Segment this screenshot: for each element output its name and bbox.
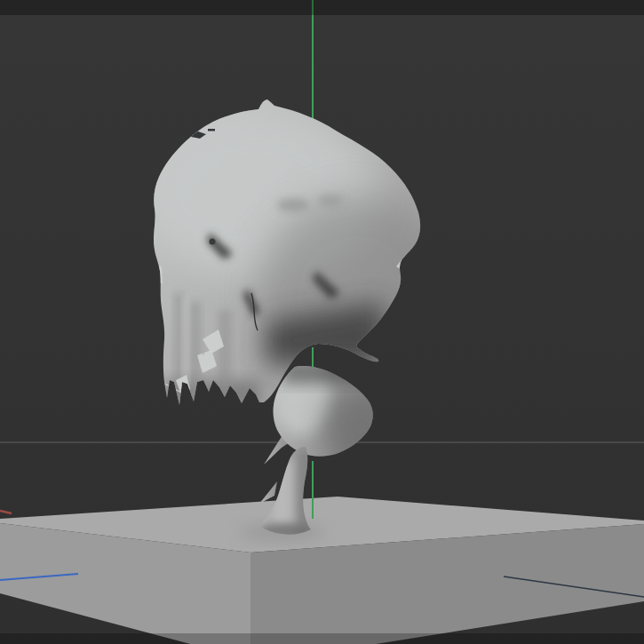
dent-top-center [277,198,309,212]
dent-top-right [318,195,343,207]
crease-left-pit [210,239,216,245]
skirt-fold-shadow-3 [219,311,231,396]
scene-canvas [0,0,644,644]
top-bar [0,0,644,15]
mesh-tear-dash [208,129,215,131]
y-axis-top-segment [312,0,314,123]
bottom-bar [0,633,644,644]
3d-viewport[interactable] [0,0,644,644]
y-axis-bottom-segment [312,461,314,519]
